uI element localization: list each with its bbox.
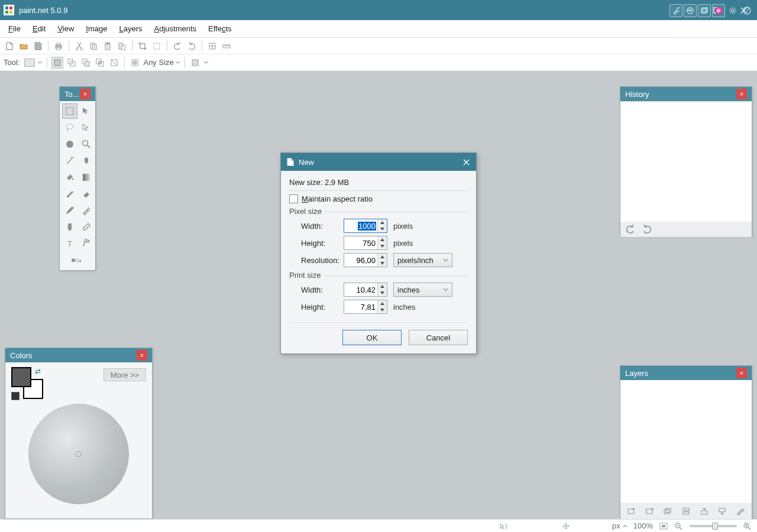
magic-wand-tool[interactable] (62, 153, 77, 168)
lasso-select-tool[interactable] (62, 120, 77, 135)
paste-new-icon[interactable] (116, 40, 128, 52)
sampling-icon[interactable] (189, 57, 201, 69)
rectangle-select-tool[interactable] (62, 103, 77, 119)
clone-stamp-tool[interactable] (62, 219, 77, 235)
deselect-icon[interactable] (151, 40, 163, 52)
default-colors-icon[interactable] (11, 392, 20, 400)
dialog-header[interactable]: New (281, 153, 476, 171)
menu-image[interactable]: Image (80, 22, 113, 35)
primary-secondary-swatch[interactable]: ⇄ (11, 367, 44, 400)
primary-color-swatch[interactable] (11, 367, 31, 387)
zoom-out-icon[interactable] (674, 522, 684, 530)
print-height-input[interactable] (344, 300, 387, 314)
selmode-subtract-icon[interactable] (80, 57, 92, 69)
colors-panel-toggle-icon[interactable] (712, 4, 725, 17)
paintbrush-tool[interactable] (62, 186, 77, 202)
new-file-icon[interactable] (4, 40, 15, 52)
colors-more-button[interactable]: More >> (103, 368, 146, 381)
history-redo-icon[interactable] (642, 224, 652, 235)
duplicate-layer-icon[interactable] (662, 506, 674, 517)
colors-panel-header[interactable]: Colors × (5, 348, 152, 362)
grid-icon[interactable] (206, 40, 218, 52)
flood-mode-icon[interactable] (129, 57, 141, 69)
redo-icon[interactable] (186, 40, 198, 52)
layer-properties-icon[interactable] (735, 506, 746, 517)
history-panel-close-icon[interactable]: × (736, 89, 747, 99)
sampling-dropdown-icon[interactable] (203, 60, 209, 65)
menu-effects[interactable]: Effects (202, 22, 238, 35)
print-icon[interactable] (53, 40, 64, 52)
cut-icon[interactable] (73, 40, 85, 52)
dialog-close-icon[interactable] (461, 157, 471, 167)
tools-panel-toggle-icon[interactable] (669, 4, 682, 17)
history-panel-toggle-icon[interactable] (684, 4, 697, 17)
zoom-in-icon[interactable] (743, 522, 752, 530)
recolor-tool[interactable] (79, 219, 94, 235)
layers-panel-close-icon[interactable]: × (736, 368, 747, 378)
cancel-button[interactable]: Cancel (409, 330, 468, 345)
crop-icon[interactable] (137, 40, 148, 52)
spinner-down-icon[interactable] (378, 243, 387, 249)
spinner-up-icon[interactable] (378, 219, 387, 226)
spinner-up-icon[interactable] (378, 300, 387, 307)
tool-dropdown-icon[interactable] (37, 60, 43, 65)
zoom-level[interactable]: 100% (633, 521, 653, 530)
menu-layers[interactable]: Layers (113, 22, 148, 35)
pixel-width-input[interactable]: 1000 (344, 219, 387, 233)
selmode-add-icon[interactable] (66, 57, 77, 69)
spinner-up-icon[interactable] (378, 236, 387, 243)
merge-down-icon[interactable] (680, 506, 692, 517)
resolution-input[interactable] (344, 253, 387, 267)
layers-panel-header[interactable]: Layers × (620, 366, 752, 380)
tools-panel-header[interactable]: To... × (60, 87, 95, 101)
delete-layer-icon[interactable] (644, 506, 656, 517)
move-selected-pixels-tool[interactable] (79, 120, 94, 135)
settings-icon[interactable] (726, 4, 739, 17)
zoom-slider[interactable] (690, 525, 737, 527)
swap-colors-icon[interactable]: ⇄ (35, 367, 41, 375)
menu-file[interactable]: File (2, 22, 27, 35)
ellipse-select-tool[interactable] (62, 137, 77, 152)
menu-view[interactable]: View (51, 22, 80, 35)
paste-icon[interactable] (102, 40, 114, 52)
selmode-replace-icon[interactable] (51, 57, 63, 69)
save-file-icon[interactable] (32, 40, 44, 52)
move-layer-up-icon[interactable] (698, 506, 710, 517)
ruler-icon[interactable] (221, 40, 232, 52)
maintain-aspect-checkbox[interactable]: Maintain aspect ratio (289, 194, 468, 203)
text-tool[interactable]: T (62, 236, 77, 251)
selmode-intersect-icon[interactable] (94, 57, 106, 69)
menu-edit[interactable]: Edit (27, 22, 51, 35)
colors-panel-close-icon[interactable]: × (137, 350, 147, 361)
resolution-unit-select[interactable]: pixels/inch (393, 253, 452, 267)
spinner-up-icon[interactable] (378, 283, 387, 290)
ok-button[interactable]: OK (342, 330, 402, 345)
move-layer-down-icon[interactable] (716, 506, 728, 517)
tools-panel-close-icon[interactable]: × (80, 89, 90, 99)
size-combo[interactable]: Any Size (143, 58, 180, 67)
spinner-up-icon[interactable] (378, 254, 387, 260)
move-selection-tool[interactable] (79, 103, 94, 119)
spinner-down-icon[interactable] (378, 260, 387, 267)
spinner-down-icon[interactable] (378, 307, 387, 313)
gradient-tool[interactable] (79, 170, 94, 185)
open-file-icon[interactable] (18, 40, 30, 52)
zoom-slider-thumb[interactable] (712, 523, 718, 530)
tool-swatch[interactable] (24, 59, 35, 67)
selmode-invert-icon[interactable] (108, 57, 120, 69)
line-curve-tool[interactable] (79, 236, 94, 251)
layers-panel-toggle-icon[interactable] (698, 4, 711, 17)
eraser-tool[interactable] (79, 186, 94, 202)
pan-tool[interactable] (79, 153, 94, 168)
color-wheel[interactable] (28, 404, 129, 504)
print-width-input[interactable] (344, 283, 387, 297)
spinner-down-icon[interactable] (378, 226, 387, 232)
copy-icon[interactable] (88, 40, 99, 52)
history-undo-icon[interactable] (625, 224, 636, 235)
fit-window-icon[interactable] (659, 522, 668, 530)
pencil-tool[interactable] (62, 203, 77, 218)
spinner-down-icon[interactable] (378, 290, 387, 296)
zoom-tool[interactable] (79, 137, 94, 152)
undo-icon[interactable] (172, 40, 183, 52)
menu-adjustments[interactable]: Adjustments (148, 22, 203, 35)
